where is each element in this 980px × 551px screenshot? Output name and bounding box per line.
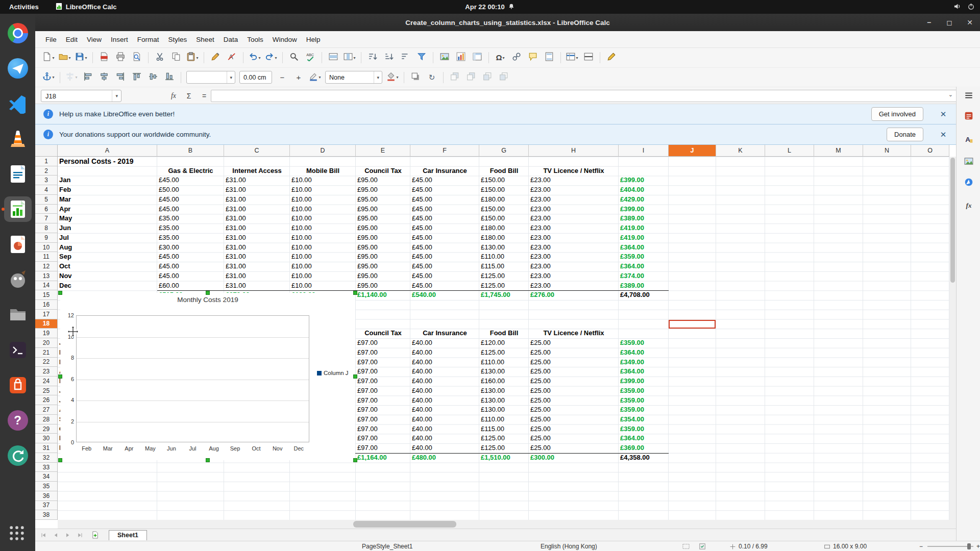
insert-special-character-button[interactable]: Ω▾ [493,51,508,65]
combo-area-style[interactable]: None▾ [325,71,382,84]
cell-F9[interactable]: £45.00 [410,233,432,243]
cell-H10[interactable]: £23.00 [529,243,551,253]
title-bar[interactable]: Create_column_charts_using_statistics.xl… [35,14,980,31]
get-involved-button[interactable]: Get involved [871,107,923,121]
cell-E19[interactable]: Council Tax [356,329,410,338]
cell-C10[interactable]: £31.00 [224,243,246,253]
cell-G25[interactable]: £130.00 [479,386,505,396]
dock-item-terminal[interactable] [4,337,32,363]
cell-H11[interactable]: £23.00 [529,252,551,262]
input-line[interactable] [211,90,970,102]
cell-F21[interactable]: £40.00 [410,348,432,358]
dock-item-blue-messenger[interactable] [4,56,32,81]
rotate-button[interactable]: ↻ [424,70,439,85]
infobar-close-icon[interactable]: ✕ [935,130,952,139]
row-header-9[interactable]: 9 [35,233,57,243]
cell-H4[interactable]: £23.00 [529,185,551,195]
donate-button[interactable]: Donate [887,128,923,141]
dock-item-chrome[interactable] [4,20,32,46]
row-header-26[interactable]: 26 [35,396,57,406]
cell-G10[interactable]: £130.00 [479,243,505,253]
menu-insert[interactable]: Insert [106,33,133,46]
maximize-button[interactable]: ◻ [943,16,955,29]
cell-H6[interactable]: £23.00 [529,205,551,214]
cell-G14[interactable]: £125.00 [479,281,505,291]
cell-H13[interactable]: £23.00 [529,271,551,281]
cell-I28[interactable]: £354.00 [619,415,644,424]
cell-I20[interactable]: £359.00 [619,338,644,348]
cell-I31[interactable]: £369.00 [619,443,644,453]
cell-A6[interactable]: Apr [58,205,70,214]
cell-C2[interactable]: Internet Access [224,166,290,176]
cell-C7[interactable]: £31.00 [224,214,246,223]
cell-H21[interactable]: £25.00 [529,348,551,358]
cell-D7[interactable]: £10.00 [290,214,312,223]
row-header-10[interactable]: 10 [35,243,57,253]
cell-cursor[interactable] [669,320,716,329]
cell-F29[interactable]: £40.00 [410,424,432,434]
column-header-H[interactable]: H [529,145,619,156]
cell-G15[interactable]: £1,745.00 [479,290,510,300]
insert-image-button[interactable] [437,51,452,65]
cell-G19[interactable]: Food Bill [479,329,529,338]
row-header-6[interactable]: 6 [35,205,57,214]
row-header-37[interactable]: 37 [35,501,57,511]
cell-E2[interactable]: Council Tax [356,166,410,176]
cell-F12[interactable]: £45.00 [410,262,432,271]
row-header-28[interactable]: 28 [35,415,57,424]
cell-H7[interactable]: £23.00 [529,214,551,223]
row-header-30[interactable]: 30 [35,434,57,443]
combo-line-style[interactable]: ▾ [186,71,235,84]
cell-G32[interactable]: £1,510.00 [479,453,510,463]
cell-H32[interactable]: £300.00 [529,453,554,463]
cell-H30[interactable]: £25.00 [529,434,551,443]
row-header-33[interactable]: 33 [35,463,57,472]
cell-F27[interactable]: £40.00 [410,405,432,415]
cell-G24[interactable]: £160.00 [479,377,505,386]
function-wizard-button[interactable]: fx [167,90,180,102]
menu-sheet[interactable]: Sheet [191,33,218,46]
row-header-36[interactable]: 36 [35,491,57,501]
dock-item-vlc[interactable] [4,126,32,152]
cell-E14[interactable]: £95.00 [356,281,378,291]
cell-G28[interactable]: £110.00 [479,415,504,424]
insert-comment-button[interactable] [525,51,541,65]
row-header-15[interactable]: 15 [35,290,57,300]
cell-F22[interactable]: £40.00 [410,358,432,367]
cell-F11[interactable]: £45.00 [410,252,432,262]
cell-C13[interactable]: £31.00 [224,271,246,281]
cell-H22[interactable]: £25.00 [529,358,551,367]
horizontal-scrollbar[interactable] [58,520,949,529]
cut-button[interactable] [152,51,167,65]
headers-and-footers-button[interactable] [542,51,557,65]
menu-styles[interactable]: Styles [164,33,192,46]
print-preview-button[interactable] [129,51,144,65]
cell-H9[interactable]: £23.00 [529,233,551,243]
cell-A8[interactable]: Jun [58,223,71,233]
cell-F32[interactable]: £480.00 [410,453,436,463]
cell-I22[interactable]: £349.00 [619,358,644,367]
cell-I32[interactable]: £4,358.00 [619,453,650,463]
cell-H14[interactable]: £23.00 [529,281,551,291]
row-header-31[interactable]: 31 [35,443,57,453]
dock-item-libreoffice-calc[interactable] [4,196,32,222]
cell-H28[interactable]: £25.00 [529,415,551,424]
find-and-replace-button[interactable] [286,51,302,65]
cell-B7[interactable]: £35.00 [157,214,179,223]
cell-G2[interactable]: Food Bill [479,166,529,176]
row-header-35[interactable]: 35 [35,482,57,491]
cell-I15[interactable]: £4,708.00 [619,290,650,300]
column-header-M[interactable]: M [814,145,863,156]
sheet-tab-sheet1[interactable]: Sheet1 [109,530,147,540]
cell-I10[interactable]: £364.00 [619,243,644,253]
cell-I11[interactable]: £359.00 [619,252,644,262]
cell-E13[interactable]: £95.00 [356,271,378,281]
sidebar-tab-functions[interactable]: fx [961,197,976,213]
insert-columns-button[interactable]: ▾ [342,51,357,65]
cell-F20[interactable]: £40.00 [410,338,432,348]
cell-F3[interactable]: £45.00 [410,176,432,185]
cell-F13[interactable]: £45.00 [410,271,432,281]
row-header-23[interactable]: 23 [35,367,57,377]
cell-C9[interactable]: £31.00 [224,233,246,243]
cell-H29[interactable]: £25.00 [529,424,551,434]
